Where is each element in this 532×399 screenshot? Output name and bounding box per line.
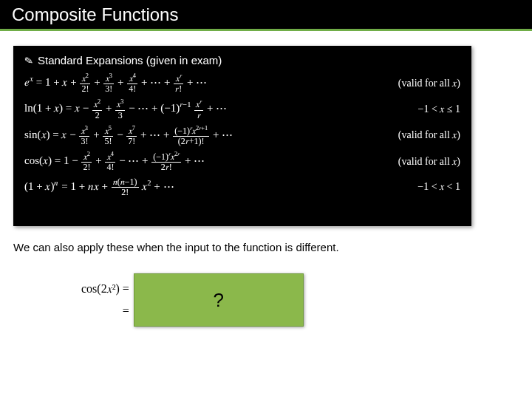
body-text: We can also apply these when the input t…	[13, 241, 339, 253]
pen-icon: ✎	[24, 54, 35, 67]
validity-ex: (valid for all 𝑥)	[398, 78, 460, 89]
expansions-header: ✎ Standard Expansions (given in exam)	[24, 54, 460, 66]
example-lhs: cos(2𝑥²) = =	[81, 278, 129, 323]
title-bar: Composite Functions	[0, 0, 532, 31]
page-title: Composite Functions	[12, 4, 178, 25]
example-lhs-line1: cos(2𝑥²) =	[81, 278, 129, 300]
formula-binom: (1 + 𝑥)𝑛 = 1 + 𝑛𝑥 + 𝑛(𝑛−1)2! 𝑥2 + ⋯	[24, 177, 174, 197]
example-row: cos(2𝑥²) = = ?	[81, 273, 304, 327]
validity-sin: (valid for all 𝑥)	[398, 129, 460, 141]
expansion-row-ln: ln(1 + 𝑥) = 𝑥 − 𝑥22 + 𝑥33 − ⋯ + (−1)𝑟−1 …	[24, 98, 460, 120]
expansion-row-binom: (1 + 𝑥)𝑛 = 1 + 𝑛𝑥 + 𝑛(𝑛−1)2! 𝑥2 + ⋯ −1 <…	[24, 177, 460, 197]
formula-sin: sin(𝑥) = 𝑥 − 𝑥33! + 𝑥55! − 𝑥77! + ⋯ + (−…	[24, 125, 233, 146]
expansions-header-text: Standard Expansions (given in exam)	[38, 54, 222, 66]
formula-ln: ln(1 + 𝑥) = 𝑥 − 𝑥22 + 𝑥33 − ⋯ + (−1)𝑟−1 …	[24, 98, 227, 120]
example-lhs-line2: =	[81, 300, 129, 322]
answer-box[interactable]: ?	[134, 273, 304, 327]
validity-cos: (valid for all 𝑥)	[398, 156, 460, 168]
expansion-row-cos: cos(𝑥) = 1 − 𝑥22! + 𝑥44! − ⋯ + (−1)𝑟𝑥2𝑟2…	[24, 151, 460, 172]
expansion-row-ex: 𝑒𝑥 = 1 + 𝑥 + 𝑥22! + 𝑥33! + 𝑥44! + ⋯ + 𝑥𝑟…	[24, 72, 460, 94]
expansions-panel: ✎ Standard Expansions (given in exam) 𝑒𝑥…	[13, 46, 471, 226]
expansion-row-sin: sin(𝑥) = 𝑥 − 𝑥33! + 𝑥55! − 𝑥77! + ⋯ + (−…	[24, 125, 460, 146]
formula-cos: cos(𝑥) = 1 − 𝑥22! + 𝑥44! − ⋯ + (−1)𝑟𝑥2𝑟2…	[24, 151, 205, 172]
formula-ex: 𝑒𝑥 = 1 + 𝑥 + 𝑥22! + 𝑥33! + 𝑥44! + ⋯ + 𝑥𝑟…	[24, 72, 207, 94]
validity-ln: −1 < 𝑥 ≤ 1	[418, 103, 460, 115]
answer-placeholder: ?	[214, 289, 224, 312]
validity-binom: −1 < 𝑥 < 1	[417, 181, 460, 193]
